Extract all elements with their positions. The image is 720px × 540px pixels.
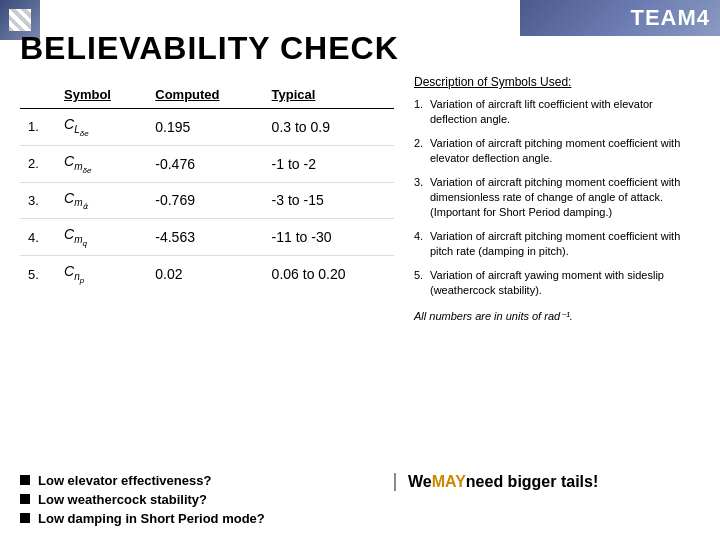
desc-item-num: 2. bbox=[414, 136, 430, 151]
bullet-notes: Low elevator effectiveness?Low weatherco… bbox=[20, 473, 394, 530]
table-row: 4.Cmq-4.563-11 to -30 bbox=[20, 219, 394, 256]
tail-suffix: need bigger tails! bbox=[466, 473, 598, 491]
desc-item: 5.Variation of aircraft yawing moment wi… bbox=[414, 268, 700, 299]
desc-item-text: Variation of aircraft lift coefficient w… bbox=[430, 97, 700, 128]
row-symbol: Cmα̇ bbox=[56, 182, 147, 219]
row-typical: 0.06 to 0.20 bbox=[264, 256, 394, 292]
table-row: 3.Cmα̇-0.769-3 to -15 bbox=[20, 182, 394, 219]
table-row: 2.Cmδe-0.476-1 to -2 bbox=[20, 145, 394, 182]
left-section: Symbol Computed Typical 1.CLδe0.1950.3 t… bbox=[20, 75, 394, 530]
row-symbol: Cmq bbox=[56, 219, 147, 256]
logo-pattern bbox=[9, 9, 31, 31]
row-symbol: Cmδe bbox=[56, 145, 147, 182]
desc-title: Description of Symbols Used: bbox=[414, 75, 700, 89]
row-num: 3. bbox=[20, 182, 56, 219]
table-row: 5.Cnp0.020.06 to 0.20 bbox=[20, 256, 394, 292]
tail-prefix: We bbox=[408, 473, 432, 491]
row-typical: -3 to -15 bbox=[264, 182, 394, 219]
header-bar: TEAM4 bbox=[520, 0, 720, 36]
desc-item: 2.Variation of aircraft pitching moment … bbox=[414, 136, 700, 167]
row-symbol: Cnp bbox=[56, 256, 147, 292]
desc-item-num: 4. bbox=[414, 229, 430, 244]
row-computed: 0.195 bbox=[147, 109, 263, 146]
row-symbol: CLδe bbox=[56, 109, 147, 146]
row-computed: -0.769 bbox=[147, 182, 263, 219]
bullet-icon bbox=[20, 513, 30, 523]
desc-item: 1.Variation of aircraft lift coefficient… bbox=[414, 97, 700, 128]
row-computed: -0.476 bbox=[147, 145, 263, 182]
bullet-icon bbox=[20, 494, 30, 504]
bullet-text: Low damping in Short Period mode? bbox=[38, 511, 265, 526]
all-numbers-note: All numbers are in units of rad⁻¹. bbox=[414, 310, 700, 323]
main-content: Symbol Computed Typical 1.CLδe0.1950.3 t… bbox=[20, 75, 700, 530]
question-mark: ? bbox=[199, 492, 207, 507]
col-num bbox=[20, 85, 56, 109]
desc-item-num: 1. bbox=[414, 97, 430, 112]
row-num: 4. bbox=[20, 219, 56, 256]
desc-list: 1.Variation of aircraft lift coefficient… bbox=[414, 97, 700, 298]
row-typical: 0.3 to 0.9 bbox=[264, 109, 394, 146]
question-mark: ? bbox=[257, 511, 265, 526]
row-typical: -11 to -30 bbox=[264, 219, 394, 256]
col-computed: Computed bbox=[147, 85, 263, 109]
data-table: Symbol Computed Typical 1.CLδe0.1950.3 t… bbox=[20, 85, 394, 292]
tail-note: We MAY need bigger tails! bbox=[394, 473, 700, 491]
desc-item: 4.Variation of aircraft pitching moment … bbox=[414, 229, 700, 260]
bullet-item: Low weathercock stability? bbox=[20, 492, 394, 507]
team-logo: TEAM4 bbox=[630, 5, 710, 31]
bullet-text: Low elevator effectiveness? bbox=[38, 473, 211, 488]
col-symbol: Symbol bbox=[56, 85, 147, 109]
table-row: 1.CLδe0.1950.3 to 0.9 bbox=[20, 109, 394, 146]
desc-item-num: 5. bbox=[414, 268, 430, 283]
question-mark: ? bbox=[203, 473, 211, 488]
desc-item-text: Variation of aircraft pitching moment co… bbox=[430, 175, 700, 221]
desc-item-text: Variation of aircraft pitching moment co… bbox=[430, 136, 700, 167]
bullet-item: Low damping in Short Period mode? bbox=[20, 511, 394, 526]
desc-item: 3.Variation of aircraft pitching moment … bbox=[414, 175, 700, 221]
right-section: Description of Symbols Used: 1.Variation… bbox=[394, 75, 700, 530]
row-num: 2. bbox=[20, 145, 56, 182]
bullet-icon bbox=[20, 475, 30, 485]
desc-item-text: Variation of aircraft yawing moment with… bbox=[430, 268, 700, 299]
desc-item-text: Variation of aircraft pitching moment co… bbox=[430, 229, 700, 260]
bullet-item: Low elevator effectiveness? bbox=[20, 473, 394, 488]
row-typical: -1 to -2 bbox=[264, 145, 394, 182]
col-typical: Typical bbox=[264, 85, 394, 109]
bottom-section: Low elevator effectiveness?Low weatherco… bbox=[20, 473, 700, 530]
bullet-text: Low weathercock stability? bbox=[38, 492, 207, 507]
row-computed: 0.02 bbox=[147, 256, 263, 292]
desc-item-num: 3. bbox=[414, 175, 430, 190]
row-num: 1. bbox=[20, 109, 56, 146]
row-num: 5. bbox=[20, 256, 56, 292]
page-title: BELIEVABILITY CHECK bbox=[20, 30, 399, 67]
tail-highlight: MAY bbox=[432, 473, 466, 491]
row-computed: -4.563 bbox=[147, 219, 263, 256]
